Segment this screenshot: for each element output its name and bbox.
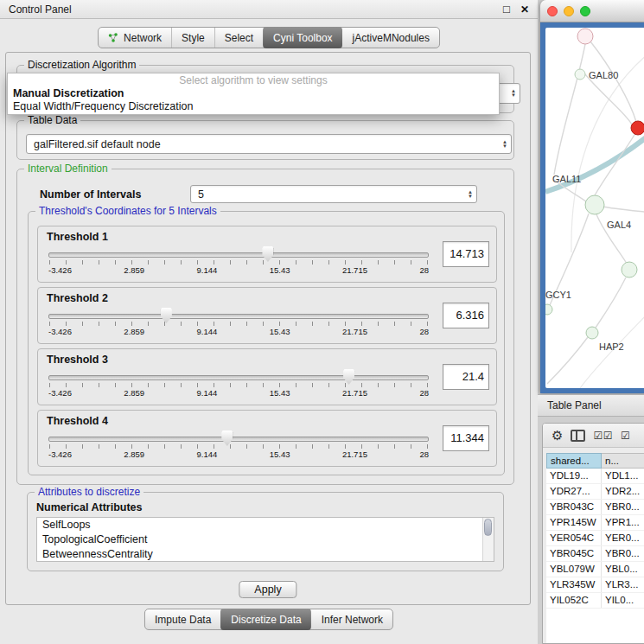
table-row[interactable]: YLR345W YLR3... — [546, 577, 644, 593]
network-canvas[interactable]: GAL80 GAL11 GAL4 GCY1 HAP2 — [545, 28, 644, 388]
threshold-4-panel: Threshold 4 -3.426 2.859 9.144 15.43 21.… — [37, 410, 497, 467]
table-panel-title: Table Panel — [547, 399, 602, 411]
network-node-gcy1[interactable] — [545, 304, 552, 315]
dropdown-option-manual-discretization[interactable]: Manual Discretization — [8, 87, 499, 100]
show-columns-icon[interactable] — [571, 430, 585, 442]
tab-impute-data[interactable]: Impute Data — [145, 609, 220, 629]
tab-impute-data-label: Impute Data — [155, 614, 211, 626]
close-icon[interactable]: ✕ — [520, 3, 529, 16]
list-scrollbar[interactable] — [482, 518, 494, 561]
control-panel-title: Control Panel — [9, 3, 72, 16]
list-item-selfloops[interactable]: SelfLoops — [37, 518, 494, 532]
table-cell: YIL0... — [602, 593, 644, 608]
discretization-algorithm-group-title: Discretization Algorithm — [24, 59, 139, 71]
node-label-gal11: GAL11 — [552, 174, 581, 184]
scale-label: 2.859 — [124, 265, 144, 275]
scale-label: 28 — [419, 327, 429, 336]
column-header-name[interactable]: n... — [602, 453, 644, 469]
tab-jactivemnodules[interactable]: jActiveMNodules — [342, 28, 439, 48]
dropdown-placeholder: Select algorithm to view settings — [8, 73, 499, 87]
tab-cyni-toolbox[interactable]: Cyni Toolbox — [263, 27, 341, 48]
threshold-4-slider[interactable]: -3.426 2.859 9.144 15.43 21.715 28 — [48, 431, 429, 462]
slider-scale: -3.426 2.859 9.144 15.43 21.715 28 — [48, 388, 429, 398]
scale-label: -3.426 — [48, 265, 72, 275]
tab-infer-network[interactable]: Infer Network — [311, 609, 392, 629]
dropdown-option-equal-width-frequency[interactable]: Equal Width/Frequency Discretization — [8, 100, 499, 113]
threshold-2-value-field[interactable]: 6.316 — [443, 303, 489, 328]
threshold-3-label: Threshold 3 — [47, 354, 108, 366]
select-rows-icon[interactable]: ☑ — [621, 430, 630, 442]
network-node-hap2[interactable] — [586, 327, 598, 339]
slider-track[interactable] — [48, 252, 429, 258]
scale-label: 9.144 — [197, 265, 218, 275]
slider-track[interactable] — [48, 314, 429, 319]
network-view-window: GAL80 GAL11 GAL4 GCY1 HAP2 — [540, 0, 644, 393]
network-node-gal80[interactable] — [575, 69, 585, 80]
table-cell: YPR1... — [602, 515, 644, 530]
table-row[interactable]: YER054C YER0... — [546, 531, 644, 546]
table-cell: YIL052C — [546, 593, 602, 608]
tab-discretize-data[interactable]: Discretize Data — [220, 609, 310, 630]
threshold-1-panel: Threshold 1 -3.426 2.859 9.144 15.43 21.… — [37, 226, 497, 283]
numerical-attributes-label: Numerical Attributes — [36, 501, 142, 513]
checkbox-icon[interactable]: ☑ — [593, 430, 603, 442]
scale-label: 21.715 — [342, 265, 367, 275]
number-of-intervals-select[interactable]: 5 ▲▼ — [190, 185, 477, 203]
tab-network[interactable]: Network — [99, 28, 171, 48]
checkbox-icon[interactable]: ☑ — [621, 430, 630, 442]
table-row[interactable]: YDR27... YDR2... — [546, 484, 644, 500]
checkbox-icon[interactable]: ☑ — [603, 430, 613, 442]
scale-label: 2.859 — [124, 388, 144, 398]
tab-style-label: Style — [182, 32, 205, 44]
table-panel-toolbar: ⚙ ☑☑ ☑ — [543, 424, 644, 448]
interval-definition-group: Interval Definition Number of Intervals … — [16, 169, 514, 485]
threshold-3-panel: Threshold 3 -3.426 2.859 9.144 15.43 21.… — [37, 348, 497, 405]
list-item-betweennesscentrality[interactable]: BetweennessCentrality — [37, 547, 494, 562]
table-cell: YDR27... — [546, 484, 602, 499]
network-node[interactable] — [622, 262, 637, 277]
threshold-3-value-field[interactable]: 21.4 — [443, 364, 489, 390]
threshold-3-slider[interactable]: -3.426 2.859 9.144 15.43 21.715 28 — [48, 370, 429, 401]
tab-infer-network-label: Infer Network — [322, 614, 383, 626]
table-row[interactable]: YPR145W YPR1... — [546, 515, 644, 531]
threshold-4-value-field[interactable]: 11.344 — [443, 425, 489, 451]
scale-label: 15.43 — [270, 388, 290, 398]
minimize-button[interactable] — [564, 6, 574, 16]
float-window-icon[interactable]: □ — [503, 3, 510, 16]
table-row[interactable]: YDL19... YDL1... — [546, 469, 644, 484]
table-row[interactable]: YBR043C YBR0... — [546, 500, 644, 515]
slider-track[interactable] — [48, 375, 429, 380]
table-row[interactable]: YBR045C YBR0... — [546, 546, 644, 562]
tab-select[interactable]: Select — [214, 28, 263, 48]
tab-select-label: Select — [225, 32, 253, 44]
settings-gear-icon[interactable]: ⚙ — [552, 429, 563, 442]
scale-label: 21.715 — [342, 450, 367, 459]
table-panel-titlebar: Table Panel — [538, 394, 644, 417]
numerical-attributes-list[interactable]: SelfLoops TopologicalCoefficient Between… — [36, 517, 494, 562]
threshold-2-slider[interactable]: -3.426 2.859 9.144 15.43 21.715 28 — [48, 309, 429, 340]
apply-button[interactable]: Apply — [239, 581, 296, 598]
table-data-select[interactable]: galFiltered.sif default node ▲▼ — [26, 134, 512, 154]
list-item-topologicalcoefficient[interactable]: TopologicalCoefficient — [37, 532, 494, 547]
network-node-gal4[interactable] — [585, 195, 604, 214]
network-node-selected[interactable] — [631, 121, 644, 135]
zoom-button[interactable] — [580, 6, 590, 16]
threshold-1-value-field[interactable]: 14.713 — [443, 241, 489, 267]
list-scrollbar-thumb[interactable] — [484, 519, 492, 536]
threshold-1-slider[interactable]: -3.426 2.859 9.144 15.43 21.715 28 — [48, 247, 429, 278]
close-button[interactable] — [547, 6, 558, 16]
slider-track[interactable] — [48, 437, 429, 442]
node-table: shared... n... YDL19... YDL1... YDR27...… — [546, 453, 644, 643]
column-header-shared[interactable]: shared... — [546, 453, 602, 469]
threshold-2-panel: Threshold 2 -3.426 2.859 9.144 15.43 21.… — [37, 287, 497, 344]
select-columns-icons[interactable]: ☑☑ — [593, 430, 613, 442]
network-icon — [108, 33, 119, 43]
scale-label: -3.426 — [48, 388, 72, 398]
tab-jactivemnodules-label: jActiveMNodules — [353, 32, 430, 44]
node-label-gcy1: GCY1 — [545, 290, 571, 300]
table-row[interactable]: YBL079W YBL0... — [546, 562, 644, 577]
table-row[interactable]: YIL052C YIL0... — [546, 593, 644, 609]
network-node[interactable] — [577, 29, 593, 44]
tab-style[interactable]: Style — [171, 28, 214, 48]
tab-discretize-data-label: Discretize Data — [231, 614, 301, 626]
